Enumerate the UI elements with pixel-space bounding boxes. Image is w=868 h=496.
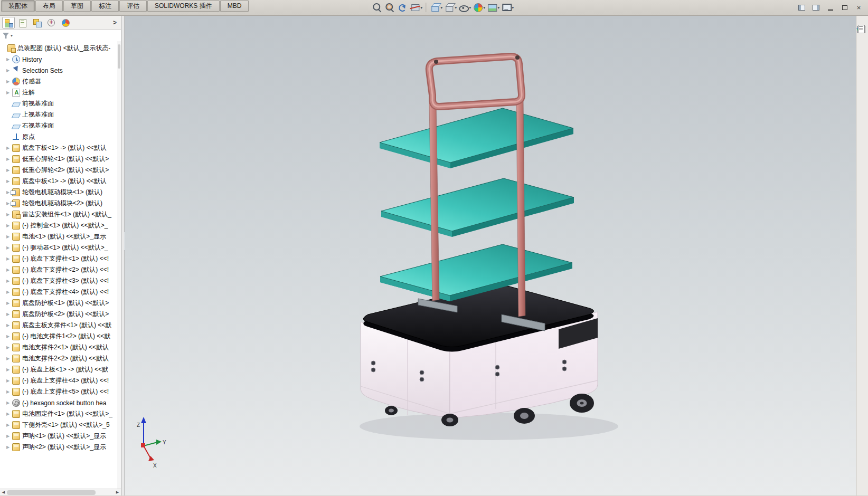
tree-row[interactable]: ▶声呐<1> (默认) <<默认>_显示 bbox=[0, 431, 121, 442]
hide-show-items-button[interactable]: ▾ bbox=[458, 2, 471, 13]
shelf-top[interactable] bbox=[380, 108, 573, 168]
expand-arrow-icon[interactable]: ▶ bbox=[6, 323, 12, 328]
panel-tab-configuration-manager[interactable] bbox=[31, 17, 43, 28]
collapse-right-pane-button[interactable] bbox=[809, 2, 823, 14]
zoom-fit-button[interactable] bbox=[371, 2, 383, 13]
tree-row[interactable]: ▶下侧外壳<1> (默认) <<默认>_5 bbox=[0, 419, 121, 431]
expand-arrow-icon[interactable]: ▶ bbox=[6, 412, 12, 416]
zoom-fit-icon[interactable] bbox=[371, 2, 383, 13]
display-style-button[interactable]: ▾ bbox=[444, 2, 457, 13]
close-button[interactable]: × bbox=[852, 2, 866, 14]
panel-tab-propertymanager[interactable] bbox=[16, 17, 29, 28]
tree-root-row[interactable]: 总装配图 (默认) <默认_显示状态- bbox=[0, 43, 121, 54]
tree-row[interactable]: ▶底盘中板<1> -> (默认) <<默认 bbox=[0, 176, 121, 187]
model-canvas[interactable]: Z X Y bbox=[125, 16, 856, 495]
expand-arrow-icon[interactable]: ▶ bbox=[6, 334, 12, 339]
tree-row[interactable]: ▶(-) 底盘上支撑柱<4> (默认) <<! bbox=[0, 375, 121, 386]
menu-tab-评估[interactable]: 评估 bbox=[119, 0, 147, 12]
filter-caret-icon[interactable]: ▾ bbox=[11, 33, 13, 38]
panel-expand-chevron[interactable]: > bbox=[111, 19, 119, 26]
menu-tab-布局[interactable]: 布局 bbox=[35, 0, 63, 12]
tree-row[interactable]: ▶Selection Sets bbox=[0, 65, 121, 76]
graphics-viewport[interactable]: Z X Y bbox=[125, 16, 856, 495]
expand-arrow-icon[interactable]: ▶ bbox=[6, 256, 12, 261]
expand-arrow-icon[interactable]: ▶ bbox=[6, 400, 12, 405]
robot-model[interactable] bbox=[360, 55, 618, 440]
tree-row[interactable]: ▶(-) 驱动器<1> (默认) <<默认>_ bbox=[0, 242, 121, 253]
expand-arrow-icon[interactable]: ▶ bbox=[6, 356, 12, 361]
section-view-button[interactable]: ▾ bbox=[409, 2, 422, 13]
apply-scene-button[interactable]: ▾ bbox=[486, 2, 499, 13]
tree-row[interactable]: ▶(-) 底盘下支撑柱<4> (默认) <<! bbox=[0, 287, 121, 298]
tree-row[interactable]: ▶雷达安装组件<1> (默认) <默认_ bbox=[0, 209, 121, 220]
expand-arrow-icon[interactable]: ▶ bbox=[6, 57, 12, 62]
tree-row[interactable]: ▶(-) 底盘下支撑柱<1> (默认) <<! bbox=[0, 253, 121, 264]
expand-arrow-icon[interactable]: ▶ bbox=[6, 301, 12, 306]
expand-arrow-icon[interactable]: ▶ bbox=[6, 68, 12, 73]
expand-arrow-icon[interactable]: ▶ bbox=[6, 345, 12, 350]
tree-row[interactable]: ▶底盘下板<1> -> (默认) <<默认 bbox=[0, 142, 121, 154]
expand-arrow-icon[interactable]: ▶ bbox=[6, 367, 12, 372]
expand-arrow-icon[interactable]: ▶ bbox=[6, 290, 12, 294]
panel-tab-dimxpert-manager[interactable] bbox=[45, 17, 58, 28]
tree-row[interactable]: ▶低重心脚轮<1> (默认) <<默认> bbox=[0, 154, 121, 165]
zoom-area-icon[interactable] bbox=[384, 2, 395, 13]
expand-arrow-icon[interactable]: ▶ bbox=[6, 312, 12, 317]
expand-arrow-icon[interactable]: ▶ bbox=[6, 146, 12, 150]
expand-arrow-icon[interactable]: ▶ bbox=[6, 157, 12, 161]
tree-row[interactable]: ▶底盘主板支撑件<1> (默认) <<默 bbox=[0, 320, 121, 331]
expand-arrow-icon[interactable]: ▶ bbox=[6, 212, 12, 217]
tree-row[interactable]: ▶(-) hexagon socket button hea bbox=[0, 397, 121, 408]
expand-arrow-icon[interactable]: ▶ bbox=[6, 423, 12, 427]
tree-row[interactable]: ▶电池固定件<1> (默认) <<默认>_ bbox=[0, 408, 121, 419]
tree-row[interactable]: ▶电池支撑件2<2> (默认) <<默认 bbox=[0, 353, 121, 364]
tree-vertical-scroll-thumb[interactable] bbox=[118, 44, 120, 69]
expand-arrow-icon[interactable]: ▶ bbox=[6, 168, 12, 173]
menu-tab-MBD[interactable]: MBD bbox=[220, 0, 249, 12]
panel-tab-featuremanager-tree[interactable] bbox=[2, 17, 15, 28]
panel-tab-display-manager[interactable] bbox=[59, 17, 72, 28]
tree-row[interactable]: 右视基准面 bbox=[0, 120, 121, 131]
tree-row[interactable]: ▶(-) 底盘下支撑柱<2> (默认) <<! bbox=[0, 264, 121, 275]
apply-scene-icon[interactable] bbox=[486, 2, 498, 13]
tree-horizontal-scroll-thumb[interactable] bbox=[7, 490, 96, 495]
tree-row[interactable]: ▶轮毂电机驱动模块<2> (默认) bbox=[0, 198, 121, 209]
tree-row[interactable]: 上视基准面 bbox=[0, 109, 121, 120]
display-style-icon[interactable] bbox=[444, 2, 455, 13]
tree-row[interactable]: 原点 bbox=[0, 131, 121, 142]
zoom-area-button[interactable] bbox=[384, 2, 395, 13]
expand-arrow-icon[interactable]: ▶ bbox=[6, 389, 12, 394]
expand-arrow-icon[interactable]: ▶ bbox=[6, 279, 12, 283]
menu-tab-标注[interactable]: 标注 bbox=[91, 0, 119, 12]
expand-arrow-icon[interactable]: ▶ bbox=[6, 445, 12, 450]
expand-arrow-icon[interactable]: ▶ bbox=[6, 234, 12, 239]
previous-view-button[interactable] bbox=[397, 2, 408, 13]
expand-arrow-icon[interactable]: ▶ bbox=[6, 90, 12, 95]
view-orientation-button[interactable]: ▾ bbox=[429, 2, 442, 13]
section-view-icon[interactable] bbox=[409, 2, 421, 13]
scroll-right-icon[interactable]: ▶ bbox=[114, 490, 121, 494]
tree-row[interactable]: ▶底盘防护板<2> (默认) <<默认> bbox=[0, 309, 121, 320]
collapse-left-pane-button[interactable] bbox=[795, 2, 809, 14]
tree-row[interactable]: ▶(-) 底盘下支撑柱<3> (默认) <<! bbox=[0, 275, 121, 287]
tree-vertical-scrollbar[interactable] bbox=[117, 41, 121, 489]
shelf-bottom[interactable] bbox=[380, 244, 572, 301]
edit-appearance-button[interactable]: ▾ bbox=[472, 2, 485, 13]
tree-row[interactable]: ▶(-) 底盘上支撑柱<5> (默认) <<! bbox=[0, 386, 121, 397]
menu-tab-SOLIDWORKS 插件[interactable]: SOLIDWORKS 插件 bbox=[147, 0, 220, 12]
expand-arrow-icon[interactable]: ▶ bbox=[6, 378, 12, 383]
edit-appearance-icon[interactable] bbox=[472, 2, 484, 13]
menu-tab-装配体[interactable]: 装配体 bbox=[1, 0, 35, 12]
tree-row[interactable]: ▶传感器 bbox=[0, 76, 121, 87]
expand-arrow-icon[interactable]: ▶ bbox=[6, 268, 12, 272]
scroll-left-icon[interactable]: ◀ bbox=[0, 490, 7, 494]
shelf-middle[interactable] bbox=[381, 178, 574, 237]
expand-arrow-icon[interactable]: ▶ bbox=[6, 245, 12, 250]
expand-arrow-icon[interactable]: ▶ bbox=[6, 179, 12, 184]
expand-arrow-icon[interactable]: ▶ bbox=[6, 434, 12, 438]
minimize-button[interactable] bbox=[823, 2, 837, 14]
tree-row[interactable]: ▶底盘防护板<1> (默认) <<默认> bbox=[0, 298, 121, 309]
restore-button[interactable] bbox=[837, 2, 852, 14]
tree-row[interactable]: ▶电池支撑件2<1> (默认) <<默认 bbox=[0, 342, 121, 353]
tree-row[interactable]: ▶(-) 控制盒<1> (默认) <<默认>_ bbox=[0, 220, 121, 231]
